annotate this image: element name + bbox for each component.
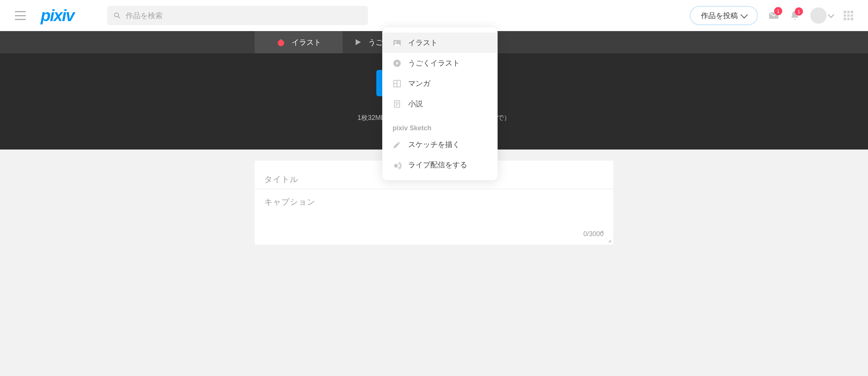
avatar-menu[interactable] (810, 7, 833, 24)
illust-icon (276, 37, 286, 47)
header-right: 作品を投稿 1 1 (690, 6, 853, 25)
search-icon (114, 12, 121, 19)
dropdown-item-illust[interactable]: イラスト (382, 33, 498, 53)
broadcast-icon (393, 161, 401, 169)
pencil-icon (393, 140, 401, 149)
svg-point-12 (394, 164, 398, 168)
tab-label: イラスト (292, 37, 321, 47)
svg-line-1 (118, 17, 120, 19)
avatar (810, 7, 827, 24)
svg-point-3 (395, 41, 396, 43)
post-work-dropdown: イラスト うごくイラスト マンガ 小説 pixiv Sketch スケ (382, 27, 498, 180)
search-input[interactable] (125, 11, 361, 20)
image-icon (393, 38, 401, 47)
apps-grid-icon[interactable] (844, 11, 853, 20)
svg-point-0 (115, 13, 119, 17)
post-work-label: 作品を投稿 (701, 11, 738, 21)
bell-button[interactable]: 1 (790, 10, 800, 21)
dropdown-item-ugoira[interactable]: うごくイラスト (382, 53, 498, 73)
caption-textarea[interactable] (264, 189, 604, 234)
mail-badge: 1 (774, 7, 782, 15)
dropdown-item-live[interactable]: ライブ配信をする (382, 155, 498, 175)
caption-counter: 0/3000 (583, 230, 604, 238)
bell-badge: 1 (795, 7, 803, 16)
document-icon (393, 100, 401, 108)
post-work-button[interactable]: 作品を投稿 (690, 6, 758, 25)
dropdown-label: ライブ配信をする (408, 160, 467, 170)
logo[interactable]: pixiv (41, 6, 74, 25)
play-icon (353, 38, 362, 47)
dropdown-label: 小説 (408, 99, 423, 109)
top-bar: pixiv 作品を投稿 1 1 イラスト (0, 0, 868, 31)
play-icon (393, 59, 401, 68)
dropdown-label: イラスト (408, 38, 438, 48)
resize-handle[interactable] (606, 237, 612, 243)
dropdown-label: マンガ (408, 78, 430, 88)
dropdown-item-manga[interactable]: マンガ (382, 73, 498, 94)
panels-icon (393, 79, 401, 88)
svg-point-13 (278, 40, 284, 46)
search-box[interactable] (107, 6, 368, 25)
tab-illust[interactable]: イラスト (255, 31, 343, 53)
dropdown-section-label: pixiv Sketch (382, 119, 498, 134)
dropdown-label: スケッチを描く (408, 140, 460, 150)
chevron-down-icon (828, 12, 834, 18)
dropdown-label: うごくイラスト (408, 58, 460, 68)
chevron-down-icon (740, 11, 748, 19)
hamburger-icon[interactable] (15, 11, 26, 20)
mail-button[interactable]: 1 (768, 10, 779, 21)
dropdown-item-novel[interactable]: 小説 (382, 94, 498, 114)
dropdown-item-sketch[interactable]: スケッチを描く (382, 134, 498, 155)
